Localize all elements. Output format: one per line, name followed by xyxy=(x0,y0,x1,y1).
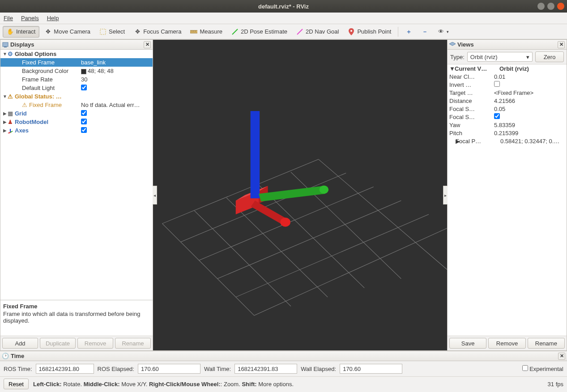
svg-line-12 xyxy=(8,132,10,133)
tool-2d-pose-estimate[interactable]: 2D Pose Estimate xyxy=(227,26,291,38)
views-rename-button[interactable]: Rename xyxy=(528,338,565,349)
tool-2d-nav-goal[interactable]: 2D Nav Goal xyxy=(292,26,343,38)
axes-icon xyxy=(8,128,13,133)
wall-time-label: Wall Time: xyxy=(204,366,231,372)
tree-robotmodel[interactable]: ▶ ♟RobotModel xyxy=(0,118,153,126)
view-pitch[interactable]: Pitch0.215399 xyxy=(448,129,567,137)
tree-grid[interactable]: ▶ ▦Grid xyxy=(0,109,153,118)
experimental-checkbox[interactable] xyxy=(522,365,528,371)
tree-axes[interactable]: ▶ Axes xyxy=(0,126,153,135)
view-focal-point[interactable]: ▶Focal P…0.58421; 0.32447; 0.… xyxy=(448,137,567,145)
3d-viewport[interactable]: ◂ ▸ xyxy=(153,39,447,351)
displays-title: Displays xyxy=(10,41,34,48)
menu-file[interactable]: File xyxy=(4,15,13,21)
view-current[interactable]: ▼ Current V… Orbit (rviz) xyxy=(448,64,567,72)
tool-move-camera[interactable]: ✥ Move Camera xyxy=(40,26,94,38)
view-focal-fixed[interactable]: Focal S… xyxy=(448,113,567,121)
views-remove-button[interactable]: Remove xyxy=(488,338,525,349)
tree-status-fixed-frame[interactable]: ⚠Fixed Frame No tf data. Actual err… xyxy=(0,101,153,109)
views-type-label: Type: xyxy=(450,54,465,60)
plus-icon: ＋ xyxy=(405,28,412,35)
displays-tree[interactable]: ▼ ⚙Global Options Fixed Frame base_link … xyxy=(0,50,153,300)
hand-icon: ✋ xyxy=(7,28,14,35)
views-tree[interactable]: ▼ Current V… Orbit (rviz) Near Cl…0.01 I… xyxy=(448,64,567,336)
status-hint: Left-Click: Rotate. Middle-Click: Move X… xyxy=(33,381,294,388)
remove-button[interactable]: Remove xyxy=(77,338,113,349)
svg-line-16 xyxy=(217,200,401,279)
view-yaw[interactable]: Yaw5.83359 xyxy=(448,121,567,129)
wall-elapsed-field[interactable]: 170.60 xyxy=(340,364,402,374)
warning-icon: ⚠ xyxy=(8,93,13,100)
grid-checkbox[interactable] xyxy=(81,110,87,116)
ros-elapsed-field[interactable]: 170.60 xyxy=(138,364,200,374)
displays-icon xyxy=(2,42,9,48)
svg-rect-0 xyxy=(100,29,106,34)
wall-time-field[interactable]: 1682142391.83 xyxy=(234,364,297,374)
tree-global-status[interactable]: ▼ ⚠Global Status: … xyxy=(0,92,153,101)
reset-button[interactable]: Reset xyxy=(4,379,29,389)
views-save-button[interactable]: Save xyxy=(449,338,486,349)
view-target[interactable]: Target …<Fixed Frame> xyxy=(448,89,567,97)
svg-line-6 xyxy=(297,29,303,34)
tree-default-light[interactable]: Default Light xyxy=(0,84,153,92)
color-swatch xyxy=(81,69,86,74)
tree-global-options[interactable]: ▼ ⚙Global Options xyxy=(0,50,153,58)
default-light-checkbox[interactable] xyxy=(81,85,87,90)
tool-measure[interactable]: Measure xyxy=(186,26,226,38)
tool-select[interactable]: Select xyxy=(95,26,129,38)
menubar: File Panels Help xyxy=(0,13,567,24)
menu-help[interactable]: Help xyxy=(47,15,59,21)
displays-close-button[interactable]: ✕ xyxy=(144,41,151,48)
time-close-button[interactable]: ✕ xyxy=(558,353,565,360)
tool-add[interactable]: ＋ xyxy=(401,26,416,38)
ros-time-field[interactable]: 1682142391.80 xyxy=(36,364,94,374)
svg-rect-8 xyxy=(3,43,8,47)
window-titlebar: default.rviz* - RViz xyxy=(0,0,567,13)
description-title: Fixed Frame xyxy=(3,303,150,310)
tree-background-color[interactable]: Background Color 48; 48; 48 xyxy=(0,67,153,75)
views-close-button[interactable]: ✕ xyxy=(558,41,565,48)
duplicate-button[interactable]: Duplicate xyxy=(40,338,76,349)
invert-checkbox[interactable] xyxy=(494,81,500,87)
window-maximize-icon[interactable] xyxy=(547,3,554,10)
view-distance[interactable]: Distance4.21566 xyxy=(448,97,567,105)
rename-button[interactable]: Rename xyxy=(115,338,151,349)
tool-remove[interactable]: － xyxy=(417,26,432,38)
tool-visibility[interactable]: 👁▾ xyxy=(433,26,453,38)
scene-render xyxy=(153,40,447,357)
arrow-green-icon xyxy=(231,28,239,35)
tool-focus-camera[interactable]: ✥ Focus Camera xyxy=(130,26,185,38)
views-title: Views xyxy=(457,41,474,48)
axes-checkbox[interactable] xyxy=(81,127,87,133)
view-focal-size[interactable]: Focal S…0.05 xyxy=(448,105,567,113)
focal-fixed-checkbox[interactable] xyxy=(494,113,500,119)
view-invert[interactable]: Invert … xyxy=(448,81,567,89)
zero-button[interactable]: Zero xyxy=(535,51,564,62)
svg-line-20 xyxy=(194,211,291,307)
views-type-combo[interactable]: Orbit (rviz)▾ xyxy=(467,52,533,62)
move-icon: ✥ xyxy=(44,28,51,35)
toolbar-separator xyxy=(398,27,398,37)
robot-icon: ♟ xyxy=(8,119,13,125)
view-near-clip[interactable]: Near Cl…0.01 xyxy=(448,72,567,81)
tool-publish-point[interactable]: Publish Point xyxy=(344,26,395,38)
window-title: default.rviz* - RViz xyxy=(0,3,567,10)
wall-elapsed-label: Wall Elapsed: xyxy=(301,366,336,372)
window-close-icon[interactable] xyxy=(557,3,564,10)
experimental-checkbox-label[interactable]: Experimental xyxy=(522,365,564,372)
crosshair-icon: ✥ xyxy=(134,28,141,35)
displays-description: Fixed Frame Frame into which all data is… xyxy=(0,300,153,336)
chevron-down-icon: ▾ xyxy=(526,54,529,60)
svg-line-5 xyxy=(232,29,238,34)
add-button[interactable]: Add xyxy=(2,338,38,349)
ros-elapsed-label: ROS Elapsed: xyxy=(98,366,134,372)
tree-fixed-frame[interactable]: Fixed Frame base_link xyxy=(0,58,153,67)
tree-frame-rate[interactable]: Frame Rate 30 xyxy=(0,75,153,84)
tool-interact[interactable]: ✋ Interact xyxy=(3,26,39,38)
menu-panels[interactable]: Panels xyxy=(21,15,39,21)
window-minimize-icon[interactable] xyxy=(537,3,545,10)
description-body: Frame into which all data is transformed… xyxy=(3,311,150,324)
ros-time-label: ROS Time: xyxy=(4,366,32,372)
svg-line-24 xyxy=(319,159,447,269)
robotmodel-checkbox[interactable] xyxy=(81,119,87,124)
